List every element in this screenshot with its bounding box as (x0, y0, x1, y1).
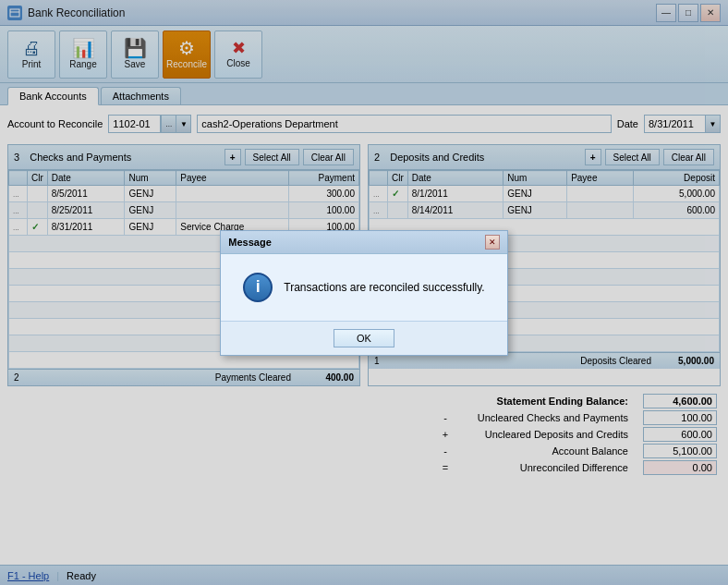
modal-title-bar: Message ✕ (221, 231, 506, 254)
modal-message: Transactions are reconciled successfully… (284, 281, 484, 294)
modal-footer: OK (221, 321, 506, 355)
modal-overlay: Message ✕ i Transactions are reconciled … (0, 0, 728, 585)
modal-ok-button[interactable]: OK (334, 329, 394, 347)
modal-dialog: Message ✕ i Transactions are reconciled … (220, 230, 507, 356)
modal-body: i Transactions are reconciled successful… (221, 254, 506, 321)
modal-info-icon: i (243, 273, 273, 302)
modal-close-button[interactable]: ✕ (485, 235, 500, 250)
modal-title: Message (228, 237, 271, 248)
